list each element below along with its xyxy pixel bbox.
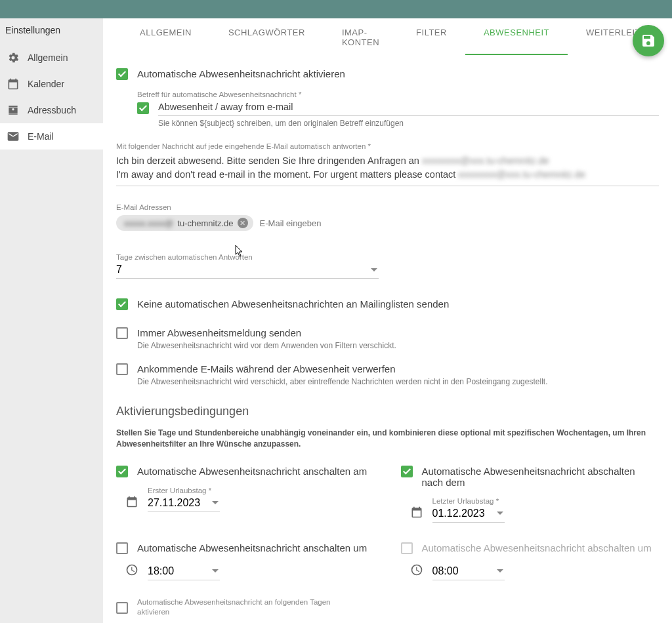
chevron-down-icon	[212, 501, 219, 504]
chevron-down-icon	[212, 569, 219, 573]
discard-label: Ankommende E-Mails während der Abwesenhe…	[137, 363, 547, 374]
tab-imap[interactable]: IMAP-KONTEN	[324, 18, 398, 55]
chevron-down-icon	[497, 512, 503, 515]
calendar-icon	[410, 506, 423, 519]
sidebar-title: Einstellungen	[0, 18, 103, 45]
discard-hint: Die Abwesenheitsnachricht wird verschick…	[137, 377, 547, 386]
on-time-checkbox[interactable]	[116, 542, 128, 554]
clock-icon	[125, 563, 138, 576]
subject-input[interactable]	[158, 100, 659, 116]
discard-checkbox[interactable]	[116, 363, 128, 375]
always-send-label: Immer Abwesenheitsmeldung senden	[137, 327, 396, 338]
tab-vacation[interactable]: ABWESENHEIT	[465, 18, 568, 55]
email-chip: xxxxx.xxxx@tu-chemnitz.de ✕	[116, 215, 253, 231]
off-time-label: Automatische Abwesenheitsnachricht absch…	[422, 542, 652, 553]
clock-icon	[410, 563, 423, 576]
calendar-icon	[125, 495, 138, 508]
body-field-label: Mit folgender Nachricht auf jede eingehe…	[116, 142, 659, 150]
off-date-checkbox[interactable]	[401, 466, 413, 477]
remove-chip-icon[interactable]: ✕	[238, 218, 248, 228]
always-send-checkbox[interactable]	[116, 327, 128, 339]
email-addresses-label: E-Mail Adressen	[116, 203, 659, 211]
off-time-picker[interactable]: 08:00	[432, 564, 505, 580]
tabbar: ALLGEMEIN SCHLAGWÖRTER IMAP-KONTEN FILTE…	[116, 18, 659, 55]
weekdays-label: Automatische Abwesenheitsnachricht an fo…	[137, 597, 334, 617]
activate-label: Automatische Abwesenheitsnachricht aktiv…	[137, 68, 345, 79]
activate-checkbox[interactable]	[116, 68, 128, 80]
sidebar-item-label: Adressbuch	[28, 105, 76, 115]
first-day-picker[interactable]: 27.11.2023	[148, 496, 220, 512]
last-day-picker[interactable]: 01.12.2023	[432, 506, 505, 523]
activation-help: Stellen Sie Tage und Stundenbereiche una…	[116, 428, 659, 450]
activation-heading: Aktivierungsbedingungen	[116, 405, 659, 418]
no-mailinglist-checkbox[interactable]	[116, 298, 128, 310]
sidebar: Einstellungen Allgemein Kalender Adressb…	[0, 18, 103, 623]
contacts-icon	[7, 104, 20, 117]
email-add-input[interactable]	[260, 218, 391, 228]
chevron-down-icon	[497, 569, 503, 573]
sidebar-item-label: Kalender	[28, 79, 64, 89]
calendar-icon	[7, 77, 20, 90]
sidebar-item-label: E-Mail	[28, 131, 54, 142]
mail-icon	[7, 130, 20, 143]
sidebar-item-calendar[interactable]: Kalender	[0, 71, 103, 97]
off-date-label: Automatische Abwesenheitsnachricht absch…	[422, 466, 660, 488]
no-mailinglist-label: Keine automatischen Abwesenheitsnachrich…	[137, 298, 449, 310]
on-time-label: Automatische Abwesenheitsnachricht ansch…	[137, 542, 367, 553]
subject-hint: Sie können ${subject} schreiben, um den …	[158, 119, 659, 128]
sidebar-item-label: Allgemein	[28, 52, 68, 63]
on-date-checkbox[interactable]	[116, 466, 128, 477]
save-icon	[640, 33, 656, 49]
gear-icon	[7, 51, 20, 64]
tab-filter[interactable]: FILTER	[398, 18, 465, 55]
sidebar-item-email[interactable]: E-Mail	[0, 123, 103, 150]
subject-enable-checkbox[interactable]	[137, 102, 149, 114]
save-button[interactable]	[633, 25, 664, 56]
weekdays-checkbox[interactable]	[116, 602, 128, 614]
on-time-picker[interactable]: 18:00	[148, 564, 220, 580]
body-textarea[interactable]: Ich bin derzeit abwesend. Bitte senden S…	[116, 151, 659, 186]
app-topbar	[0, 0, 672, 18]
sidebar-item-addressbook[interactable]: Adressbuch	[0, 97, 103, 123]
sidebar-item-general[interactable]: Allgemein	[0, 45, 103, 71]
activate-row: Automatische Abwesenheitsnachricht aktiv…	[116, 68, 659, 80]
chevron-down-icon	[371, 268, 377, 271]
on-date-label: Automatische Abwesenheitsnachricht ansch…	[137, 466, 367, 477]
days-between-select[interactable]: 7	[116, 262, 379, 279]
first-day-label: Erster Urlaubstag *	[148, 487, 220, 494]
days-between-label: Tage zwischen automatischen Antworten	[116, 253, 379, 261]
main-content: ALLGEMEIN SCHLAGWÖRTER IMAP-KONTEN FILTE…	[103, 18, 672, 623]
last-day-label: Letzter Urlaubstag *	[432, 497, 505, 505]
off-time-checkbox[interactable]	[401, 542, 413, 554]
tab-tags[interactable]: SCHLAGWÖRTER	[210, 18, 324, 55]
tab-general[interactable]: ALLGEMEIN	[121, 18, 210, 55]
subject-field-label: Betreff für automatische Abwesenheitsnac…	[137, 90, 659, 98]
always-send-hint: Die Abwesenheitsnachricht wird vor dem A…	[137, 341, 396, 350]
